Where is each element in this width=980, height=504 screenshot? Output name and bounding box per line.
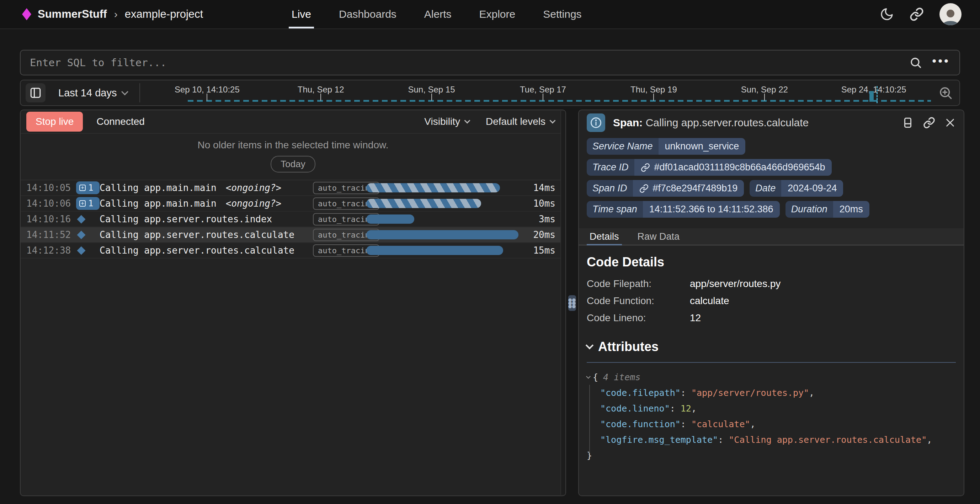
tab-alerts[interactable]: Alerts bbox=[423, 0, 452, 29]
ongoing-marker: <ongoing?> bbox=[226, 182, 282, 193]
kv-value: calculate bbox=[690, 295, 729, 306]
row-duration: 14ms bbox=[522, 182, 555, 193]
attributes-heading: Attributes bbox=[598, 339, 659, 354]
attributes-divider bbox=[587, 362, 956, 363]
share-link-button[interactable] bbox=[910, 7, 924, 21]
activity-timeline[interactable]: Sep 10, 14:10:25 Thu, Sep 12 Sun, Sep 15… bbox=[188, 80, 931, 105]
copy-span-link-button[interactable] bbox=[923, 116, 935, 129]
json-line: code.lineno: 12, bbox=[587, 400, 956, 416]
kv-row: Code Lineno: 12 bbox=[587, 312, 956, 324]
search-button[interactable] bbox=[909, 56, 922, 69]
badge-span-id[interactable]: Span ID #f7c8e294f7489b19 bbox=[587, 180, 744, 197]
visibility-label: Visibility bbox=[424, 116, 460, 128]
chevron-down-icon bbox=[464, 118, 470, 124]
connection-status: Connected bbox=[96, 116, 144, 128]
span-title-label: Span: bbox=[613, 116, 643, 128]
tab-dashboards[interactable]: Dashboards bbox=[338, 0, 397, 29]
nav-tabs: Live Dashboards Alerts Explore Settings bbox=[291, 0, 582, 29]
stop-live-button[interactable]: Stop live bbox=[26, 112, 83, 132]
badge-trace-id[interactable]: Trace ID #df01acad0311189c8b66a466d96965… bbox=[587, 159, 832, 176]
default-levels-dropdown[interactable]: Default levels bbox=[486, 116, 555, 128]
user-avatar[interactable] bbox=[939, 3, 961, 25]
info-icon bbox=[587, 113, 605, 132]
duration-bar bbox=[366, 230, 519, 239]
tab-settings[interactable]: Settings bbox=[542, 0, 582, 29]
timeline-tick-label: Thu, Sep 19 bbox=[630, 85, 677, 95]
scrollbar-track[interactable] bbox=[560, 111, 565, 495]
badge-date: Date 2024-09-24 bbox=[749, 180, 843, 197]
search-icon bbox=[909, 56, 922, 69]
close-icon bbox=[945, 117, 956, 128]
timeline-tick-label: Sun, Sep 22 bbox=[741, 85, 788, 95]
detail-tabs: Details Raw Data bbox=[579, 228, 964, 246]
row-timestamp: 14:10:16 bbox=[26, 214, 76, 225]
timeline-tick-label: Sun, Sep 15 bbox=[408, 85, 455, 95]
tab-explore[interactable]: Explore bbox=[479, 0, 516, 29]
today-button[interactable]: Today bbox=[270, 156, 315, 172]
attributes-toggle[interactable]: Attributes bbox=[587, 339, 956, 354]
json-key: code.lineno bbox=[600, 404, 670, 414]
row-timestamp: 14:11:52 bbox=[26, 230, 76, 240]
project-name[interactable]: example-project bbox=[125, 8, 204, 21]
collapsed-count-badge[interactable]: +1 bbox=[76, 182, 100, 194]
duration-bar bbox=[366, 199, 481, 208]
duration-bar bbox=[366, 246, 503, 255]
badge-time-span: Time span 14:11:52.366 to 14:11:52.386 bbox=[587, 201, 780, 218]
json-string-value: app/server/routes.py bbox=[691, 388, 809, 398]
ongoing-marker: <ongoing?> bbox=[226, 198, 282, 209]
time-range-label: Last 14 days bbox=[58, 87, 117, 99]
timeline-zoom-button[interactable] bbox=[938, 85, 953, 100]
visibility-dropdown[interactable]: Visibility bbox=[424, 116, 469, 128]
kv-value: app/server/routes.py bbox=[690, 278, 781, 290]
dock-panel-button[interactable] bbox=[902, 116, 914, 129]
brand-logo-icon bbox=[22, 8, 31, 20]
collapsed-count-badge[interactable]: +1 bbox=[76, 197, 100, 210]
breadcrumb: SummerStuff › example-project bbox=[0, 8, 203, 21]
span-title-message: Calling app.server.routes.calculate bbox=[646, 116, 809, 128]
brand-name[interactable]: SummerStuff bbox=[38, 8, 107, 21]
tab-details[interactable]: Details bbox=[587, 228, 622, 245]
theme-toggle-button[interactable] bbox=[880, 7, 894, 21]
kv-label: Code Lineno: bbox=[587, 312, 690, 324]
duration-bar-track bbox=[366, 230, 522, 239]
timeline-tick bbox=[320, 94, 321, 100]
json-number-value: 12 bbox=[681, 404, 691, 414]
badge-service-name: Service Name unknown_service bbox=[587, 138, 745, 155]
duration-bar-track bbox=[366, 246, 522, 255]
trace-row-selected[interactable]: 14:11:52 Calling app.server.routes.calcu… bbox=[21, 227, 565, 243]
json-string-value: calculate bbox=[691, 419, 750, 429]
open-brace: { bbox=[593, 372, 598, 382]
tab-raw-data[interactable]: Raw Data bbox=[635, 228, 683, 245]
row-duration: 15ms bbox=[522, 245, 555, 256]
row-message: Calling app.main.main<ongoing?> bbox=[100, 198, 313, 209]
chevron-down-icon bbox=[585, 341, 594, 349]
detail-content: Code Details Code Filepath: app/server/r… bbox=[579, 246, 964, 463]
trace-row[interactable]: 14:10:16 Calling app.server.routes.index… bbox=[21, 212, 565, 227]
child-count: 1 bbox=[88, 183, 93, 193]
zoom-in-icon bbox=[938, 85, 953, 100]
sql-filter-input[interactable] bbox=[30, 57, 909, 69]
expand-plus-icon: + bbox=[79, 185, 86, 191]
row-timestamp: 14:10:05 bbox=[26, 182, 76, 193]
close-panel-button[interactable] bbox=[945, 117, 956, 128]
timeline-tick-label: Tue, Sep 17 bbox=[520, 85, 566, 95]
trace-row[interactable]: 14:10:06 +1 Calling app.main.main<ongoin… bbox=[21, 196, 565, 212]
sidebar-toggle-button[interactable] bbox=[25, 83, 46, 102]
sidebar-icon bbox=[30, 87, 41, 99]
link-icon bbox=[641, 163, 650, 172]
timeline-tick-label: Sep 10, 14:10:25 bbox=[175, 85, 240, 95]
row-timestamp: 14:12:38 bbox=[26, 245, 76, 256]
json-root-line[interactable]: {4 items bbox=[587, 369, 956, 385]
time-range-selector[interactable]: Last 14 days bbox=[58, 87, 127, 99]
span-id-value: #f7c8e294f7489b19 bbox=[653, 183, 738, 194]
filter-more-button[interactable]: ••• bbox=[932, 55, 950, 70]
panel-resize-handle[interactable]: ●● ●● ●● bbox=[568, 295, 576, 311]
json-line: code.filepath: app/server/routes.py, bbox=[587, 385, 956, 400]
live-trace-panel: Stop live Connected Visibility Default l… bbox=[20, 110, 566, 496]
timeline-tick-label: Sep 24, 14:10:25 bbox=[841, 85, 907, 95]
trace-row[interactable]: 14:12:38 Calling app.server.routes.calcu… bbox=[21, 243, 565, 258]
trace-row[interactable]: 14:10:05 +1 Calling app.main.main<ongoin… bbox=[21, 180, 565, 196]
code-details-heading: Code Details bbox=[587, 255, 956, 270]
tab-live[interactable]: Live bbox=[291, 0, 312, 29]
default-levels-label: Default levels bbox=[486, 116, 546, 128]
